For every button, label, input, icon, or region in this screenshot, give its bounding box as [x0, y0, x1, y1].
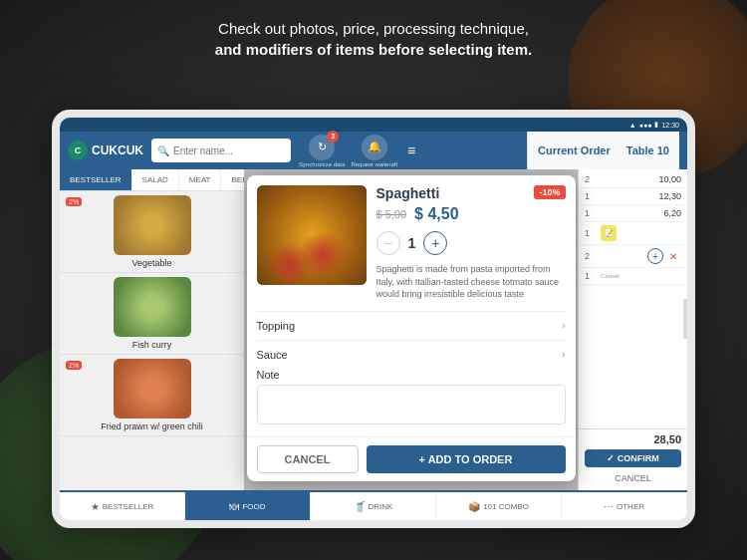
quantity-increase-button[interactable]: +: [423, 231, 447, 255]
bottom-navigation-tabs: ★ BESTSELLER 🍽 FOOD 🥤 DRINK 📦 101 COMBO …: [60, 490, 687, 520]
modal-backdrop: Spaghetti $ 5,00 $ 4,50 − 1 +: [244, 169, 578, 490]
note-section: Note: [247, 369, 576, 436]
order-qty-2: 1: [585, 191, 597, 201]
menu-item-prawn[interactable]: 2% Fried prawn w/ green chili: [60, 355, 244, 436]
tab-combo[interactable]: 📦 101 COMBO: [436, 492, 562, 520]
old-price: $ 5,00: [376, 208, 407, 220]
note-textarea[interactable]: [257, 385, 566, 424]
confirm-button[interactable]: ✓ CONFIRM: [585, 449, 681, 467]
request-label: Request waiteraft: [351, 161, 397, 167]
bestseller-tab-icon: ★: [91, 501, 100, 512]
topping-chevron-icon: ›: [562, 320, 565, 331]
menu-img-vegetable: [114, 195, 191, 255]
right-order-panel: 2 10,00 1 12,30 1 6,20 1 📝: [578, 169, 687, 490]
item-image: [257, 185, 367, 285]
order-row-6: 1 Cancel: [579, 268, 687, 285]
menu-img-prawn: [114, 359, 191, 419]
order-delete-icon[interactable]: ✕: [665, 248, 681, 264]
menu-badge-vegetable: 2%: [66, 197, 82, 206]
order-rows: 2 10,00 1 12,30 1 6,20 1 📝: [579, 169, 687, 428]
tab-combo-label: 101 COMBO: [483, 502, 529, 511]
order-footer: 28,50 ✓ CONFIRM CANCEL: [579, 428, 687, 490]
sauce-option[interactable]: Sauce ›: [257, 340, 566, 369]
menu-item-name-vegetable: Vegetable: [131, 258, 171, 268]
order-qty-4: 1: [585, 228, 597, 238]
tab-food-label: FOOD: [242, 502, 265, 511]
other-tab-icon: ⋯: [604, 501, 614, 512]
search-input[interactable]: [173, 145, 285, 156]
order-qty-3: 1: [585, 208, 597, 218]
search-bar[interactable]: 🔍: [151, 139, 291, 162]
top-navigation-bar: C CUKCUK 🔍 ↻ 3 Synchronize data 🔔 Reques…: [60, 132, 687, 169]
logo-text: CUKCUK: [92, 143, 143, 157]
item-info: Spaghetti $ 5,00 $ 4,50 − 1 +: [376, 185, 566, 301]
cat-btn-beef[interactable]: BEEF: [221, 169, 244, 190]
tablet-inner: ▲ ●●● ▮ 12:30 C CUKCUK 🔍 ↻ 3: [60, 118, 687, 520]
menu-img-fish: [114, 277, 191, 337]
hamburger-menu-icon[interactable]: ≡: [407, 142, 415, 158]
cat-btn-bestseller[interactable]: BESTSELLER: [60, 169, 132, 190]
tab-bestseller[interactable]: ★ BESTSELLER: [60, 492, 185, 520]
tab-bestseller-label: BESTSELLER: [103, 502, 154, 511]
sync-circle: ↻ 3: [309, 135, 335, 160]
order-price-3: 6,20: [663, 208, 681, 218]
left-menu-panel: BESTSELLER SALAD MEAT BEEF CHICKEN 2% Ve…: [60, 169, 244, 490]
order-qty-5: 2: [585, 251, 597, 261]
instruction-text: Check out photos, price, processing tech…: [0, 18, 747, 60]
cancel-order-button[interactable]: CANCEL: [585, 470, 681, 486]
order-row-2: 1 12,30: [579, 188, 687, 205]
order-price-2: 12,30: [658, 191, 681, 201]
sync-button[interactable]: ↻ 3 Synchronize data: [299, 135, 345, 167]
food-tab-icon: 🍽: [229, 501, 239, 512]
modal-top-section: Spaghetti $ 5,00 $ 4,50 − 1 +: [247, 175, 576, 311]
sauce-label: Sauce: [257, 349, 288, 361]
table-label: Table 10: [626, 144, 669, 156]
order-price-1: 10,00: [658, 174, 681, 184]
cat-btn-meat[interactable]: MEAT: [179, 169, 222, 190]
menu-item-vegetable[interactable]: 2% Vegetable: [60, 191, 244, 273]
quantity-decrease-button[interactable]: −: [376, 231, 400, 255]
order-row-1: 2 10,00: [579, 171, 687, 188]
instruction-line1: Check out photos, price, processing tech…: [0, 18, 747, 39]
combo-tab-icon: 📦: [468, 501, 480, 512]
order-row-4: 1 📝: [579, 222, 687, 245]
tab-other[interactable]: ⋯ OTHER: [562, 492, 687, 520]
tablet-right-button[interactable]: [683, 299, 695, 339]
cat-btn-salad[interactable]: SALAD: [132, 169, 179, 190]
tab-other-label: OTHER: [617, 502, 644, 511]
battery-icon: ▮: [654, 121, 658, 129]
note-icon-4: 📝: [601, 225, 617, 241]
order-add-icon[interactable]: +: [647, 248, 663, 264]
modal-options: Topping › Sauce ›: [247, 311, 576, 369]
category-bar: BESTSELLER SALAD MEAT BEEF CHICKEN: [60, 169, 244, 191]
drink-tab-icon: 🥤: [354, 501, 366, 512]
sync-label: Synchronize data: [299, 161, 345, 167]
order-qty-6: 1: [585, 271, 597, 281]
topping-label: Topping: [257, 320, 296, 332]
menu-item-fish[interactable]: Fish curry: [60, 273, 244, 355]
item-detail-modal: Spaghetti $ 5,00 $ 4,50 − 1 +: [247, 175, 576, 481]
topping-option[interactable]: Topping ›: [257, 311, 566, 340]
total-value: 28,50: [653, 433, 681, 445]
tablet-frame: ▲ ●●● ▮ 12:30 C CUKCUK 🔍 ↻ 3: [52, 110, 695, 528]
logo-area: C CUKCUK: [68, 140, 143, 160]
order-row-5: 2 + ✕: [579, 245, 687, 268]
search-icon: 🔍: [157, 145, 169, 156]
cancel-button[interactable]: CANCEL: [257, 445, 359, 473]
current-order-label: Current Order: [538, 144, 611, 156]
center-panel: Spaghetti $ 5,00 $ 4,50 − 1 +: [244, 169, 578, 490]
item-description: Spaghetti is made from pasta imported fr…: [376, 263, 566, 301]
note-label: Note: [257, 369, 566, 381]
quantity-value: 1: [408, 235, 416, 251]
menu-item-name-prawn: Fried prawn w/ green chili: [101, 421, 203, 431]
tab-drink[interactable]: 🥤 DRINK: [311, 492, 436, 520]
request-button[interactable]: 🔔 Request waiteraft: [351, 135, 397, 167]
signal-icon: ●●●: [639, 122, 652, 129]
wifi-icon: ▲: [629, 122, 636, 129]
tab-food[interactable]: 🍽 FOOD: [185, 492, 311, 520]
main-content: BESTSELLER SALAD MEAT BEEF CHICKEN 2% Ve…: [60, 169, 687, 490]
menu-item-name-fish: Fish curry: [132, 340, 172, 350]
add-to-order-button[interactable]: + ADD TO ORDER: [367, 445, 566, 473]
menu-badge-prawn: 2%: [66, 361, 82, 370]
status-icons: ▲ ●●● ▮ 12:30: [629, 121, 679, 129]
